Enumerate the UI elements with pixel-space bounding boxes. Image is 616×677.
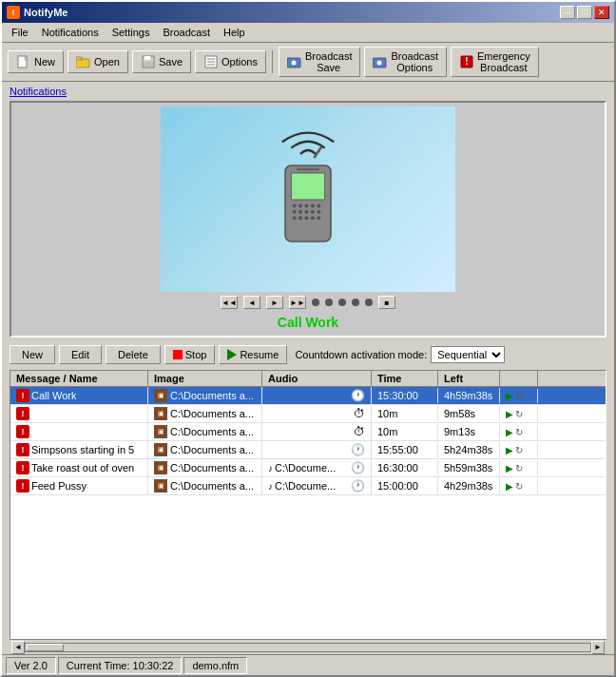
cell-message-4: !Take roast out of oven bbox=[10, 459, 148, 476]
toolbar-separator-1 bbox=[272, 50, 273, 73]
svg-point-30 bbox=[293, 216, 297, 220]
main-area: Notifications bbox=[2, 82, 614, 675]
svg-point-21 bbox=[298, 203, 302, 207]
play-row-button-3[interactable]: ▶ bbox=[506, 445, 513, 455]
cell-image-4: ▣C:\Documents a... bbox=[148, 459, 262, 476]
cell-message-3: !Simpsons starting in 5 bbox=[10, 441, 148, 458]
open-icon bbox=[76, 54, 91, 69]
current-time-panel: Current Time: 10:30:22 bbox=[58, 657, 183, 674]
refresh-row-button-0[interactable]: ↻ bbox=[515, 391, 523, 401]
svg-text:!: ! bbox=[465, 56, 468, 67]
cell-image-2: ▣C:\Documents a... bbox=[148, 423, 262, 440]
options-button[interactable]: Options bbox=[195, 50, 266, 73]
new-item-button[interactable]: New bbox=[10, 345, 55, 364]
row-name-3: Simpsons starting in 5 bbox=[31, 444, 134, 455]
audio-icon-5: ♪ bbox=[268, 481, 273, 492]
row-icon-1: ! bbox=[16, 407, 29, 420]
table-row[interactable]: !Take roast out of oven▣C:\Documents a..… bbox=[10, 459, 606, 477]
cell-time-1: 10m bbox=[372, 406, 438, 421]
cell-actions-5: ▶↻ bbox=[500, 479, 538, 493]
emergency-broadcast-button[interactable]: ! Emergency Broadcast bbox=[451, 47, 539, 77]
menu-broadcast[interactable]: Broadcast bbox=[157, 25, 216, 40]
image-path-3: C:\Documents a... bbox=[170, 444, 254, 455]
row-icon-0: ! bbox=[16, 389, 29, 402]
delete-button[interactable]: Delete bbox=[106, 345, 161, 364]
restore-button[interactable]: □ bbox=[577, 6, 592, 19]
close-button[interactable]: ✕ bbox=[594, 6, 609, 19]
save-icon bbox=[141, 54, 156, 69]
open-button[interactable]: Open bbox=[67, 50, 128, 73]
svg-point-26 bbox=[298, 209, 302, 213]
horizontal-scrollbar: ◄ ► bbox=[10, 639, 606, 654]
next-next-button[interactable]: ►► bbox=[289, 296, 306, 309]
table-header: Message / Name Image Audio Time Left bbox=[10, 371, 606, 387]
play-row-button-2[interactable]: ▶ bbox=[506, 427, 513, 437]
row-icon-5: ! bbox=[16, 479, 29, 493]
next-button[interactable]: ► bbox=[266, 296, 283, 309]
menu-file[interactable]: File bbox=[6, 25, 34, 40]
scrollbar-thumb[interactable] bbox=[26, 644, 64, 651]
refresh-row-button-3[interactable]: ↻ bbox=[515, 445, 523, 455]
prev-button[interactable]: ◄ bbox=[243, 296, 260, 309]
table-row[interactable]: !Call Work▣C:\Documents a...🕐15:30:004h5… bbox=[10, 387, 606, 405]
svg-point-20 bbox=[293, 203, 297, 207]
menu-notifications[interactable]: Notifications bbox=[36, 25, 105, 40]
cell-time-0: 15:30:00 bbox=[372, 388, 438, 403]
countdown-select[interactable]: Sequential bbox=[431, 346, 505, 363]
image-path-5: C:\Documents a... bbox=[170, 480, 254, 492]
cell-message-2: ! bbox=[10, 423, 148, 440]
stop-button[interactable]: Stop bbox=[164, 345, 216, 364]
new-button[interactable]: New bbox=[8, 50, 64, 73]
refresh-row-button-5[interactable]: ↻ bbox=[515, 481, 523, 492]
prev-prev-button[interactable]: ◄◄ bbox=[221, 296, 238, 309]
header-actions bbox=[500, 371, 538, 386]
table-row[interactable]: !▣C:\Documents a...⏱10m9m58s▶↻ bbox=[10, 405, 606, 423]
phone-display bbox=[161, 106, 455, 292]
image-path-4: C:\Documents a... bbox=[170, 462, 254, 474]
cell-actions-4: ▶↻ bbox=[500, 461, 538, 475]
audio-icon-4: ♪ bbox=[268, 463, 273, 474]
refresh-row-button-2[interactable]: ↻ bbox=[515, 427, 523, 437]
play-row-button-4[interactable]: ▶ bbox=[506, 463, 513, 474]
svg-point-32 bbox=[304, 216, 308, 220]
cell-left-4: 5h59m38s bbox=[438, 460, 500, 475]
phone-illustration bbox=[232, 124, 384, 276]
play-row-button-5[interactable]: ▶ bbox=[506, 481, 513, 492]
broadcast-save-button[interactable]: Broadcast Save bbox=[279, 47, 361, 77]
image-path-2: C:\Documents a... bbox=[170, 426, 254, 437]
broadcast-options-button[interactable]: Broadcast Options bbox=[364, 47, 447, 77]
audio-path-5: C:\Docume... bbox=[275, 480, 336, 492]
window-title: NotifyMe bbox=[24, 7, 67, 18]
minimize-button[interactable]: ─ bbox=[560, 6, 575, 19]
cell-image-1: ▣C:\Documents a... bbox=[148, 405, 262, 422]
title-bar-left: ! NotifyMe bbox=[7, 6, 67, 19]
scroll-right-button[interactable]: ► bbox=[591, 641, 605, 654]
refresh-row-button-4[interactable]: ↻ bbox=[515, 463, 523, 474]
cell-actions-3: ▶↻ bbox=[500, 443, 538, 457]
play-row-button-0[interactable]: ▶ bbox=[506, 391, 513, 401]
table-row[interactable]: !Feed Pussy▣C:\Documents a...♪C:\Docume.… bbox=[10, 477, 606, 495]
notifications-tab[interactable]: Notifications bbox=[2, 82, 614, 99]
refresh-row-button-1[interactable]: ↻ bbox=[515, 409, 523, 419]
menu-help[interactable]: Help bbox=[218, 25, 251, 40]
header-left: Left bbox=[438, 371, 500, 386]
time-type-icon-4: 🕐 bbox=[351, 461, 365, 474]
resume-button[interactable]: Resume bbox=[219, 345, 287, 364]
save-button[interactable]: Save bbox=[132, 50, 191, 73]
svg-point-25 bbox=[293, 209, 297, 213]
stop-preview-button[interactable]: ■ bbox=[378, 296, 395, 309]
edit-button[interactable]: Edit bbox=[59, 345, 102, 364]
svg-point-28 bbox=[311, 209, 315, 213]
status-bar: Ver 2.0 Current Time: 10:30:22 demo.nfm bbox=[2, 654, 614, 675]
svg-rect-3 bbox=[76, 57, 82, 60]
svg-point-22 bbox=[304, 203, 308, 207]
menu-settings[interactable]: Settings bbox=[106, 25, 156, 40]
svg-point-34 bbox=[317, 216, 320, 220]
table-row[interactable]: !▣C:\Documents a...⏱10m9m13s▶↻ bbox=[10, 423, 606, 441]
call-work-label: Call Work bbox=[278, 315, 338, 330]
action-bar: New Edit Delete Stop Resume Countdown ac… bbox=[2, 339, 614, 370]
scroll-left-button[interactable]: ◄ bbox=[11, 641, 25, 654]
play-row-button-1[interactable]: ▶ bbox=[506, 409, 513, 419]
table-row[interactable]: !Simpsons starting in 5▣C:\Documents a..… bbox=[10, 441, 606, 459]
header-image: Image bbox=[148, 371, 262, 386]
